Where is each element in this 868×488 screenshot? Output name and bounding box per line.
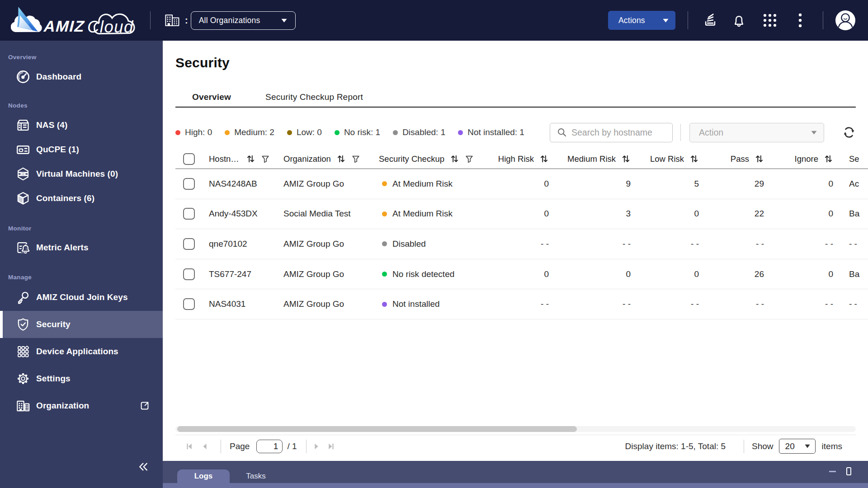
security-cell: - - <box>833 239 868 249</box>
horizontal-scrollbar-thumb[interactable] <box>177 426 577 432</box>
select-all-checkbox[interactable] <box>183 153 195 165</box>
legend-item: Not installed: 1 <box>458 127 524 137</box>
sidebar-item[interactable]: Virtual Machines (0) <box>0 162 163 186</box>
sidebar-item[interactable]: QuCPE (1) <box>0 137 163 162</box>
tab-bar: Overview Security Checkup Report <box>175 87 856 108</box>
high-risk-cell: 0 <box>496 209 549 219</box>
column-header: High Risk <box>496 154 549 164</box>
action-select[interactable]: Action <box>689 123 824 142</box>
search-input[interactable] <box>571 127 671 138</box>
medium-risk-cell: - - <box>549 239 631 249</box>
column-header: Ignore <box>764 154 833 164</box>
status-dot <box>382 181 387 186</box>
sidebar-item[interactable]: Containers (6) <box>0 186 163 211</box>
sidebar-item-icon <box>16 399 30 413</box>
sidebar-item[interactable]: Metric Alerts <box>0 235 163 260</box>
sidebar-item[interactable]: NAS (4) <box>0 113 163 137</box>
more-options-kebab-icon[interactable] <box>798 13 802 28</box>
page-size-select[interactable]: 20 <box>779 439 816 454</box>
sort-icon[interactable] <box>450 154 459 164</box>
column-header: Pass <box>699 154 764 164</box>
logo-text-amiz: AMIZ <box>42 18 87 35</box>
medium-risk-cell: 3 <box>549 209 631 219</box>
minimize-icon[interactable] <box>829 471 836 472</box>
sort-icon[interactable] <box>336 154 346 164</box>
column-header: Medium Risk <box>549 154 631 164</box>
row-checkbox[interactable] <box>183 268 195 280</box>
table-row[interactable]: NAS4031 AMIZ Group Go Not installed - - … <box>175 289 868 319</box>
row-checkbox[interactable] <box>183 178 195 190</box>
row-checkbox[interactable] <box>183 208 195 220</box>
app-grid-icon[interactable] <box>763 13 777 28</box>
low-risk-cell: 0 <box>631 269 699 279</box>
bottom-panel-tab[interactable]: Tasks <box>230 469 282 483</box>
logs-stack-icon[interactable] <box>702 12 719 29</box>
chevron-down-icon <box>811 131 817 135</box>
previous-page-icon[interactable] <box>200 442 209 451</box>
sidebar-collapse-icon[interactable] <box>137 460 150 473</box>
sidebar-item-icon <box>16 344 30 359</box>
sidebar-item-icon <box>16 240 30 255</box>
row-checkbox[interactable] <box>183 298 195 310</box>
actions-button[interactable]: Actions <box>608 11 675 30</box>
sort-icon[interactable] <box>621 154 631 164</box>
sort-icon[interactable] <box>824 154 833 164</box>
table-header-row: Hostname Organization Security Checkup <box>175 149 868 169</box>
sidebar-item[interactable]: Dashboard <box>0 65 163 89</box>
low-risk-cell: - - <box>631 299 699 309</box>
organization-selector[interactable]: All Organizations <box>191 11 296 30</box>
tab[interactable]: Security Checkup Report <box>265 92 363 102</box>
sidebar-item-icon <box>16 191 30 206</box>
sidebar-item[interactable]: Organization <box>0 392 163 419</box>
legend-dot <box>458 130 463 135</box>
high-risk-cell: 0 <box>496 269 549 279</box>
filter-funnel-icon[interactable] <box>352 155 360 163</box>
security-cell: - - <box>833 299 868 309</box>
table-row[interactable]: TS677-247 AMIZ Group Go No risk detected… <box>175 259 868 290</box>
security-checkup-cell: Not installed <box>379 299 496 309</box>
table-row[interactable]: NAS4248AB AMIZ Group Go At Medium Risk 0… <box>175 169 868 199</box>
sidebar-item[interactable]: AMIZ Cloud Join Keys <box>0 284 163 311</box>
sort-icon[interactable] <box>539 154 549 164</box>
sort-icon[interactable] <box>246 154 255 164</box>
legend-dot <box>287 130 292 135</box>
security-checkup-cell: At Medium Risk <box>379 209 496 219</box>
table-row[interactable]: Andy-453DX Social Media Test At Medium R… <box>175 199 868 230</box>
sidebar-item[interactable]: Settings <box>0 365 163 392</box>
sort-icon[interactable] <box>755 154 764 164</box>
sort-icon[interactable] <box>689 154 699 164</box>
hostname-cell: qne70102 <box>209 239 283 249</box>
row-checkbox[interactable] <box>183 238 195 250</box>
ignore-cell: 0 <box>764 269 833 279</box>
first-page-icon[interactable] <box>185 442 194 451</box>
sidebar-item[interactable]: Security <box>0 311 163 338</box>
topbar-separator <box>823 11 823 29</box>
sidebar-item[interactable]: Device Applications <box>0 338 163 365</box>
next-page-icon[interactable] <box>312 442 321 451</box>
bottom-panel-tab[interactable]: Logs <box>177 469 230 483</box>
notifications-bell-icon[interactable] <box>731 12 747 29</box>
legend-item: Medium: 2 <box>225 127 274 137</box>
filter-funnel-icon[interactable] <box>261 155 269 163</box>
external-link-icon <box>139 400 150 411</box>
table-row[interactable]: qne70102 AMIZ Group Go Disabled - - - - … <box>175 229 868 259</box>
security-checkup-cell: At Medium Risk <box>379 179 496 189</box>
sidebar-section-label: Overview <box>8 53 163 61</box>
organization-cell: AMIZ Group Go <box>283 239 379 249</box>
user-avatar[interactable] <box>835 10 856 31</box>
legend-dot <box>225 130 230 135</box>
last-page-icon[interactable] <box>326 442 335 451</box>
refresh-icon[interactable] <box>842 126 856 139</box>
ignore-cell: - - <box>764 299 833 309</box>
show-label: Show <box>752 441 774 451</box>
legend-item: Disabled: 1 <box>393 127 445 137</box>
pagination-separator <box>306 440 307 453</box>
page-number-input[interactable] <box>256 440 283 453</box>
restore-panel-icon[interactable] <box>846 467 851 475</box>
org-colon-label: : <box>185 15 188 26</box>
display-items-label: Display items: 1-5, Total: 5 <box>625 441 726 451</box>
filter-funnel-icon[interactable] <box>465 155 473 163</box>
tab[interactable]: Overview <box>192 92 231 102</box>
bottom-panel-bar: Logs Tasks <box>163 461 868 483</box>
status-dot <box>382 272 387 277</box>
